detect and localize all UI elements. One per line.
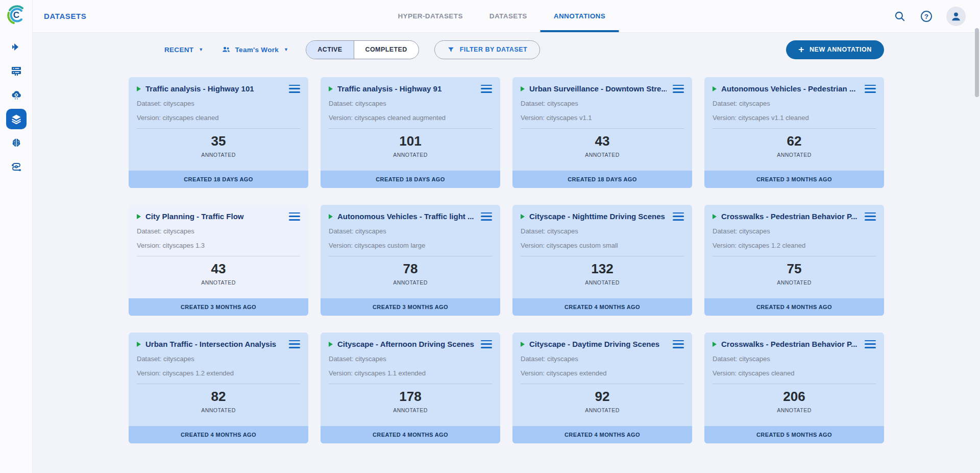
card-title: Autonomous Vehicles - Traffic light ... [337, 212, 475, 221]
card-divider [521, 256, 684, 256]
card-created-footer[interactable]: CREATED 3 MONTHS AGO [321, 298, 500, 316]
header-tabs: HYPER-DATASETSDATASETSANNOTATIONS [384, 0, 619, 32]
chevron-down-icon: ▼ [284, 47, 288, 52]
card-created-footer[interactable]: CREATED 18 DAYS AGO [512, 171, 692, 188]
filter-by-dataset-label: FILTER BY DATASET [460, 46, 528, 53]
card-version: Version: cityscapes cleaned [713, 369, 876, 377]
card-version: Version: cityscapes custom small [521, 242, 684, 249]
launch-icon[interactable] [6, 37, 27, 57]
search-icon[interactable] [893, 10, 906, 23]
card-menu-icon[interactable] [865, 85, 876, 93]
card-dataset: Dataset: cityscapes [521, 355, 684, 363]
scrollbar-thumb[interactable] [975, 28, 979, 97]
toolbar: RECENT ▼ Team's Work ▼ ACTIVE COMPLET [129, 40, 884, 59]
model-brain-icon[interactable] [6, 133, 27, 153]
card-menu-icon[interactable] [865, 212, 876, 221]
card-header: Cityscape - Afternoon Driving Scenes [329, 340, 492, 348]
card-menu-icon[interactable] [673, 212, 684, 221]
card-header: Autonomous Vehicles - Pedestrian ... [713, 84, 876, 93]
annotated-count: 43 [521, 133, 684, 149]
card-version: Version: cityscapes 1.2 cleaned [713, 242, 876, 249]
tab-hyper-datasets[interactable]: HYPER-DATASETS [384, 0, 476, 32]
annotation-card[interactable]: Crosswalks - Pedestrian Behavior P... Da… [704, 333, 884, 443]
card-created-footer[interactable]: CREATED 4 MONTHS AGO [704, 298, 884, 316]
annotation-card[interactable]: Urban Surveillance - Downtown Stre... Da… [512, 77, 692, 188]
annotation-card[interactable]: Urban Traffic - Intersection Analysis Da… [129, 333, 308, 443]
card-header: Autonomous Vehicles - Traffic light ... [329, 212, 492, 221]
tab-annotations[interactable]: ANNOTATIONS [541, 0, 619, 32]
card-created-footer[interactable]: CREATED 4 MONTHS AGO [129, 426, 308, 443]
toggle-option-completed[interactable]: COMPLETED [354, 41, 419, 59]
annotation-card[interactable]: Cityscape - Afternoon Driving Scenes Dat… [321, 333, 500, 443]
card-header: Cityscape - Daytime Driving Scenes [521, 340, 684, 348]
datasets-layers-icon[interactable] [6, 109, 27, 129]
annotated-count: 101 [329, 133, 492, 149]
card-menu-icon[interactable] [673, 85, 684, 93]
card-menu-icon[interactable] [673, 340, 684, 348]
annotated-count: 132 [521, 261, 684, 277]
card-menu-icon[interactable] [481, 212, 492, 221]
annotation-card[interactable]: Cityscape - Daytime Driving Scenes Datas… [512, 333, 692, 443]
card-menu-icon[interactable] [481, 85, 492, 93]
data-browser-icon[interactable] [6, 61, 27, 81]
card-dataset: Dataset: cityscapes [521, 227, 684, 235]
card-created-footer[interactable]: CREATED 4 MONTHS AGO [512, 298, 692, 316]
annotation-card[interactable]: Autonomous Vehicles - Traffic light ... … [321, 205, 500, 316]
card-dataset: Dataset: cityscapes [329, 355, 492, 363]
card-created-footer[interactable]: CREATED 4 MONTHS AGO [512, 426, 692, 443]
card-created-footer[interactable]: CREATED 18 DAYS AGO [321, 171, 500, 188]
annotation-card[interactable]: Cityscape - Nighttime Driving Scenes Dat… [512, 205, 692, 316]
annotated-count: 178 [329, 389, 492, 405]
sidebar: C [0, 0, 33, 473]
page-scrollbar[interactable] [974, 0, 980, 473]
tab-datasets[interactable]: DATASETS [476, 0, 541, 32]
card-version: Version: cityscapes v1.1 cleaned [713, 114, 876, 122]
card-menu-icon[interactable] [289, 212, 300, 221]
annotation-card[interactable]: City Planning - Traffic Flow Dataset: ci… [129, 205, 308, 316]
card-created-footer[interactable]: CREATED 5 MONTHS AGO [704, 426, 884, 443]
annotation-card[interactable]: Autonomous Vehicles - Pedestrian ... Dat… [704, 77, 884, 188]
card-title: Traffic analysis - Highway 91 [337, 84, 475, 93]
annotated-count: 92 [521, 389, 684, 405]
card-version: Version: cityscapes 1.1 extended [329, 369, 492, 377]
card-created-footer[interactable]: CREATED 4 MONTHS AGO [321, 426, 500, 443]
card-menu-icon[interactable] [481, 340, 492, 348]
main-area: DATASETS HYPER-DATASETSDATASETSANNOTATIO… [33, 0, 980, 473]
card-version: Version: cityscapes v1.1 [521, 114, 684, 122]
scope-dropdown[interactable]: Team's Work ▼ [221, 44, 289, 55]
annotated-label: ANNOTATED [329, 152, 492, 158]
card-menu-icon[interactable] [289, 340, 300, 348]
help-icon[interactable]: ? [920, 10, 933, 23]
app-logo[interactable]: C [6, 4, 27, 26]
card-dataset: Dataset: cityscapes [521, 100, 684, 107]
sort-dropdown[interactable]: RECENT ▼ [164, 46, 204, 54]
cloud-deploy-icon[interactable] [6, 85, 27, 105]
card-created-footer[interactable]: CREATED 18 DAYS AGO [129, 171, 308, 188]
card-version: Version: cityscapes cleaned augmented [329, 114, 492, 122]
card-title: Cityscape - Afternoon Driving Scenes [337, 340, 475, 348]
card-version: Version: cityscapes cleaned [137, 114, 300, 122]
top-actions: ? [893, 0, 966, 32]
card-created-footer[interactable]: CREATED 3 MONTHS AGO [129, 298, 308, 316]
play-icon [713, 86, 717, 91]
card-header: Traffic analysis - Highway 101 [137, 84, 300, 93]
card-created-footer[interactable]: CREATED 3 MONTHS AGO [704, 171, 884, 188]
user-avatar[interactable] [946, 7, 966, 26]
card-menu-icon[interactable] [289, 85, 300, 93]
toggle-option-active[interactable]: ACTIVE [306, 41, 354, 59]
annotation-card[interactable]: Traffic analysis - Highway 91 Dataset: c… [321, 77, 500, 188]
card-header: Crosswalks - Pedestrian Behavior P... [713, 340, 876, 348]
card-divider [329, 256, 492, 256]
status-toggle: ACTIVE COMPLETED [306, 40, 419, 59]
card-menu-icon[interactable] [865, 340, 876, 348]
annotation-card[interactable]: Traffic analysis - Highway 101 Dataset: … [129, 77, 308, 188]
new-annotation-button[interactable]: + NEW ANNOTATION [786, 40, 884, 59]
card-dataset: Dataset: cityscapes [137, 100, 300, 107]
play-icon [329, 86, 333, 91]
card-version: Version: cityscapes extended [521, 369, 684, 377]
card-version: Version: cityscapes 1.2 extended [137, 369, 300, 377]
filter-by-dataset-button[interactable]: FILTER BY DATASET [434, 40, 541, 59]
pipelines-icon[interactable] [6, 157, 27, 177]
sort-dropdown-label: RECENT [164, 46, 193, 54]
annotation-card[interactable]: Crosswalks - Pedestrian Behavior P... Da… [704, 205, 884, 316]
